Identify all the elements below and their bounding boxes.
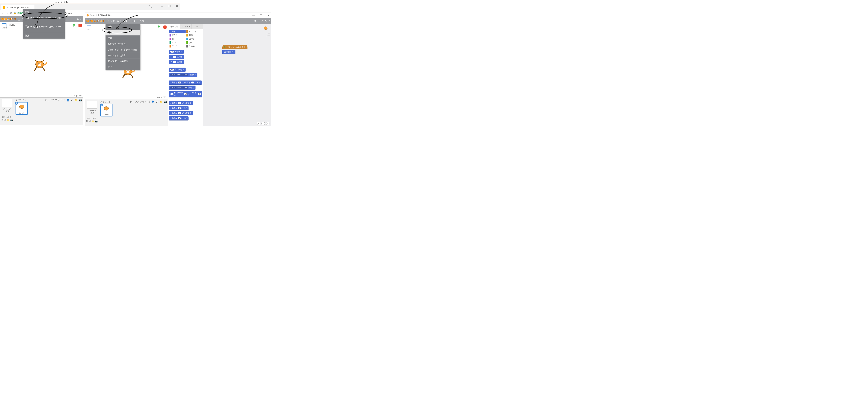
toolbar-shrink-icon-off[interactable]: ⤡ <box>265 20 267 22</box>
offline-maximize-button[interactable]: ☐ <box>260 14 262 17</box>
cat-sound[interactable]: 音 <box>169 37 186 40</box>
sprite-info-icon-off[interactable]: i <box>100 104 103 106</box>
menu-about-offline[interactable]: 説明 <box>140 19 145 23</box>
sprite-upload-icon[interactable]: 📁 <box>75 99 78 102</box>
dd-download-web[interactable]: 手元のコンピューターにダウンロード <box>23 24 65 33</box>
sprite-paint-icon[interactable]: 🖌 <box>71 99 73 102</box>
dd-new-off[interactable]: 新規 <box>105 24 141 30</box>
block-goto-xy[interactable]: x座標を10、y座標を0にする <box>169 81 202 85</box>
sprite-item-sprite1-off[interactable]: i Sprite1 <box>100 104 113 116</box>
stage-web[interactable]: x: 26 y: 180 <box>0 28 83 97</box>
project-title-input[interactable] <box>8 24 20 27</box>
globe-icon[interactable] <box>18 18 21 21</box>
backdrop-camera-icon-off[interactable]: 📷 <box>95 120 98 122</box>
sprite-camera-icon-off[interactable]: 📷 <box>164 100 167 104</box>
hat-when-flag-clicked[interactable]: ⚑がクリックされたとき <box>222 45 247 49</box>
sprite-paint-icon-off[interactable]: 🖌 <box>156 100 158 104</box>
block-turn-cw[interactable]: ↻15度回す <box>169 55 184 59</box>
dd-saveas-off[interactable]: 名前をつけて保存 <box>105 41 141 47</box>
toolbar-grow-icon-off[interactable]: ⤢ <box>261 20 263 22</box>
toolbar-stamp-icon[interactable]: ⧉ <box>77 18 79 21</box>
block-change-y[interactable]: y座標を10ずつ変える <box>169 111 193 115</box>
backdrop-library-icon-off[interactable]: 🖼 <box>86 120 88 122</box>
cat-pen[interactable]: ペン <box>169 41 186 44</box>
stage-thumbnail-off[interactable] <box>87 101 97 109</box>
close-button[interactable]: ✕ <box>176 5 178 7</box>
offline-close-button[interactable]: ✕ <box>267 14 270 17</box>
tab-costumes[interactable]: コスチューム <box>180 24 192 29</box>
script-canvas[interactable]: x: 20 y: 0 ⚑がクリックされたとき 10歩動かす − = + <box>203 24 271 126</box>
cat-control[interactable]: 制御 <box>186 33 203 37</box>
toolbar-cut-icon-off[interactable]: ✂ <box>257 20 259 22</box>
block-point-towards[interactable]: マウスのポインターへ向ける <box>169 73 197 77</box>
zoom-reset-icon[interactable]: = <box>261 122 265 125</box>
cat-looks[interactable]: 見た目 <box>169 33 186 37</box>
scratch-logo[interactable]: SCRATCH <box>1 18 16 21</box>
sprite-library-icon[interactable]: 👤 <box>66 99 69 102</box>
block-move-steps[interactable]: 10歩動かす <box>169 50 184 54</box>
stop-sign-icon[interactable] <box>79 24 82 27</box>
cat-sensing[interactable]: 調べる <box>186 37 203 40</box>
sprite-upload-icon-off[interactable]: 📁 <box>160 100 162 104</box>
offline-minimize-button[interactable]: — <box>252 14 255 17</box>
nav-forward-icon[interactable]: → <box>6 11 8 15</box>
zoom-out-icon[interactable]: − <box>257 122 260 125</box>
dd-record-off[interactable]: プロジェクトのビデオを録画 <box>105 47 141 53</box>
menu-tips-offline[interactable]: ヒント <box>131 19 138 23</box>
maximize-button[interactable]: ☐ <box>168 5 171 7</box>
tab-scripts[interactable]: スクリプト <box>168 24 180 29</box>
dd-save-off[interactable]: 保存 <box>105 35 141 41</box>
fullscreen-icon[interactable] <box>2 23 6 27</box>
sprite-item-sprite1[interactable]: i Sprite1 <box>16 102 28 115</box>
green-flag-icon[interactable]: ⚑ <box>72 23 76 28</box>
scratch-logo-offline[interactable]: SCRATCH <box>86 19 104 23</box>
menu-file-offline[interactable]: ファイル▼ <box>110 19 121 23</box>
toolbar-help-icon-off[interactable]: ? <box>269 20 270 22</box>
backdrop-library-icon[interactable]: 🖼 <box>1 119 3 121</box>
dd-quit-off[interactable]: 終了 <box>105 64 141 70</box>
globe-icon-offline[interactable] <box>106 20 108 22</box>
sprite-info-icon[interactable]: i <box>15 102 18 105</box>
tab-close-icon[interactable]: × <box>31 6 33 9</box>
canvas-xy: x: 20 y: 0 <box>266 33 270 36</box>
cat-operators[interactable]: 演算 <box>186 41 203 44</box>
sprite-library-icon-off[interactable]: 👤 <box>151 100 154 104</box>
menu-edit-offline[interactable]: 編集▼ <box>123 19 130 23</box>
dd-share-off[interactable]: Webサイトで共有 <box>105 53 141 58</box>
canvas-block-move[interactable]: 10歩動かす <box>222 50 236 54</box>
block-glide[interactable]: 1秒でx座標を10に、y座標を0 <box>169 91 202 97</box>
sprite-camera-icon[interactable]: 📷 <box>79 99 82 102</box>
user-icon[interactable]: ☺ <box>149 5 152 8</box>
stop-sign-icon-off[interactable] <box>163 26 166 29</box>
cat-events[interactable]: イベント <box>186 30 203 33</box>
backdrop-upload-icon-off[interactable]: 📁 <box>92 120 94 122</box>
backdrop-upload-icon[interactable]: 📁 <box>7 119 9 121</box>
green-flag-icon-off[interactable]: ⚑ <box>157 25 161 29</box>
stage-thumbnail[interactable] <box>2 99 12 107</box>
minimize-button[interactable]: — <box>161 5 163 7</box>
backdrop-camera-icon[interactable]: 📷 <box>10 119 13 121</box>
block-turn-ccw[interactable]: ↺15度回す <box>169 60 184 64</box>
backdrop-paint-icon[interactable]: 🖌 <box>4 119 6 121</box>
fullscreen-icon-off[interactable] <box>87 25 91 29</box>
nav-back-icon[interactable]: ← <box>2 11 4 15</box>
cat-motion[interactable]: 動き <box>169 30 186 33</box>
dd-upload-web[interactable]: 手元のコンピューターからアップロード <box>23 16 65 24</box>
block-change-x[interactable]: x座標を10ずつ変える <box>169 101 193 105</box>
sprites-col-web: スプライト 新しいスプライト: 👤 🖌 📁 📷 i Sprite1 <box>14 97 83 125</box>
tab-sounds[interactable]: 音 <box>191 24 203 29</box>
nav-reload-icon[interactable]: ⟳ <box>10 11 12 15</box>
backdrop-paint-icon-off[interactable]: 🖌 <box>89 120 91 122</box>
dd-update-off[interactable]: アップデートを確認 <box>105 58 141 64</box>
block-set-x[interactable]: x座標を0にする <box>169 106 189 110</box>
block-set-y[interactable]: y座標を0にする <box>169 116 189 120</box>
cat-data[interactable]: データ <box>169 45 186 48</box>
cat-more[interactable]: その他 <box>186 45 203 48</box>
block-point-dir[interactable]: 90度に向ける <box>169 67 186 71</box>
block-goto[interactable]: マウスのポインターへ行く <box>169 86 195 90</box>
zoom-in-icon[interactable]: + <box>266 122 270 125</box>
toolbar-stamp-icon-off[interactable]: ⧉ <box>254 20 256 22</box>
dd-open-off[interactable]: 開く <box>105 30 141 35</box>
dd-revert-web[interactable]: 復元 <box>23 33 65 38</box>
toolbar-cut-icon[interactable]: ✂ <box>81 18 82 21</box>
